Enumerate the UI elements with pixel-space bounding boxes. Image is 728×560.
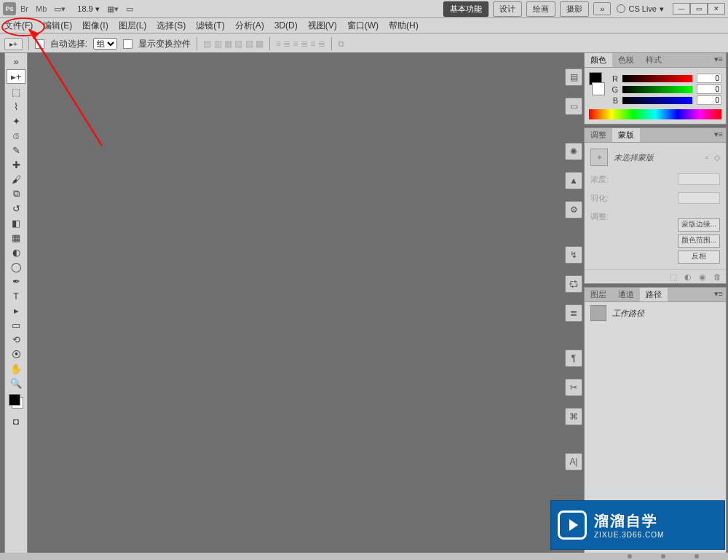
show-transform-checkbox[interactable] <box>123 39 132 49</box>
dodge-tool[interactable]: ◯ <box>7 260 25 273</box>
menu-select[interactable]: 选择(S) <box>157 20 186 32</box>
color-range-button[interactable]: 颜色范围... <box>678 234 720 248</box>
bridge-icon[interactable]: Br <box>20 4 28 13</box>
mask-edge-button[interactable]: 蒙版边缘... <box>678 218 720 232</box>
close-button[interactable]: ✕ <box>708 3 725 15</box>
quickselect-tool[interactable]: ✦ <box>7 114 25 127</box>
maximize-button[interactable]: ▭ <box>690 3 708 15</box>
load-selection-icon[interactable]: ⬚ <box>670 272 677 282</box>
workspace-more[interactable]: » <box>593 2 611 15</box>
toggle-mask-icon[interactable]: ◉ <box>699 272 706 282</box>
eraser-tool[interactable]: ◧ <box>7 216 25 229</box>
dock-brushpreset-icon[interactable]: ⚙ <box>565 201 582 218</box>
minibridge-icon[interactable]: Mb <box>36 4 47 13</box>
dock-brush-icon[interactable]: ✺ <box>565 143 582 160</box>
delete-mask-icon[interactable]: 🗑 <box>713 272 721 281</box>
panel-menu-icon[interactable]: ▾≡ <box>714 130 723 139</box>
menu-image[interactable]: 图像(I) <box>82 20 108 32</box>
apply-mask-icon[interactable]: ◐ <box>684 272 692 282</box>
r-slider[interactable] <box>622 75 692 82</box>
menu-window[interactable]: 窗口(W) <box>347 20 379 32</box>
stamp-tool[interactable]: ⧉ <box>7 187 25 200</box>
tab-adjustments[interactable]: 调整 <box>585 128 612 142</box>
dock-char-icon[interactable]: ⌘ <box>565 408 582 425</box>
screenmode-icon[interactable]: ▭▾ <box>54 4 66 14</box>
workspace-painting[interactable]: 绘画 <box>526 1 555 17</box>
dock-history-icon[interactable]: ▤ <box>565 68 582 86</box>
workspace-essentials[interactable]: 基本功能 <box>443 1 488 17</box>
b-slider[interactable] <box>622 97 692 104</box>
dock-actions-icon[interactable]: ▭ <box>565 98 582 115</box>
type-tool[interactable]: T <box>7 289 25 302</box>
dock-tools-icon[interactable]: ✂ <box>565 379 582 396</box>
dock-info-icon[interactable]: ≣ <box>565 304 582 322</box>
b-input[interactable] <box>697 95 721 105</box>
g-slider[interactable] <box>622 86 692 93</box>
zoom-level[interactable]: 18.9 ▾ <box>77 4 99 14</box>
tab-channels[interactable]: 通道 <box>612 288 640 301</box>
density-value[interactable] <box>678 173 720 185</box>
3d-tool[interactable]: ⟲ <box>7 333 25 346</box>
menu-view[interactable]: 视图(V) <box>308 20 337 32</box>
autoselect-dropdown[interactable]: 组 <box>93 38 117 50</box>
r-input[interactable] <box>697 74 721 83</box>
color-swatch[interactable] <box>9 394 23 409</box>
dock-navigator-icon[interactable]: ↯ <box>565 246 582 264</box>
quickmask-icon[interactable]: ◘ <box>7 414 25 427</box>
panel-menu-icon[interactable]: ▾≡ <box>714 289 723 299</box>
healing-tool[interactable]: ✚ <box>7 158 25 171</box>
eyedropper-tool[interactable]: ✎ <box>7 143 25 157</box>
dock-clonesrc-icon[interactable]: ▲ <box>565 172 582 189</box>
pen-tool[interactable]: ✒ <box>7 275 25 288</box>
brush-tool[interactable]: 🖌 <box>7 173 25 186</box>
feather-value[interactable] <box>678 192 720 204</box>
arrange-icon[interactable]: ▭ <box>126 4 133 14</box>
foreground-color[interactable] <box>9 394 20 406</box>
spectrum-ramp[interactable] <box>589 109 721 119</box>
marquee-tool[interactable]: ⬚ <box>7 85 25 98</box>
cslive-button[interactable]: CS Live ▾ <box>617 4 664 14</box>
invert-button[interactable]: 反相 <box>678 251 720 264</box>
g-input[interactable] <box>697 84 721 94</box>
zoom-tool[interactable]: 🔍 <box>7 376 25 390</box>
shape-tool[interactable]: ▭ <box>7 318 25 331</box>
tab-mask[interactable]: 蒙版 <box>612 128 640 142</box>
dock-paragraph-icon[interactable]: ¶ <box>565 350 582 367</box>
menu-help[interactable]: 帮助(H) <box>389 20 419 32</box>
menu-file[interactable]: 文件(F) <box>4 20 33 32</box>
crop-tool[interactable]: ⟃ <box>7 129 25 142</box>
3d-camera-tool[interactable]: ⦿ <box>7 347 25 360</box>
blur-tool[interactable]: ◐ <box>7 245 25 259</box>
dock-swap-icon[interactable]: ⮔ <box>565 275 582 293</box>
autoselect-checkbox[interactable] <box>35 39 44 49</box>
vector-mask-icon[interactable]: ◇ <box>714 153 720 162</box>
lasso-tool[interactable]: ⌇ <box>7 100 25 113</box>
history-brush-tool[interactable]: ↺ <box>7 202 25 215</box>
panel-bg-color[interactable] <box>592 82 605 95</box>
gradient-tool[interactable]: ▦ <box>7 231 25 244</box>
move-tool[interactable]: ▸+ <box>7 69 25 84</box>
workspace-photography[interactable]: 摄影 <box>560 1 589 17</box>
pixel-mask-icon[interactable]: ▫ <box>705 153 708 162</box>
tool-collapse-icon[interactable]: » <box>7 55 25 68</box>
workspace-design[interactable]: 设计 <box>493 1 522 17</box>
tab-paths[interactable]: 路径 <box>640 288 668 301</box>
hand-tool[interactable]: ✋ <box>7 362 25 375</box>
tab-styles[interactable]: 样式 <box>640 53 668 67</box>
panel-menu-icon[interactable]: ▾≡ <box>714 55 723 64</box>
tab-color[interactable]: 颜色 <box>585 53 612 67</box>
menu-analysis[interactable]: 分析(A) <box>235 20 264 32</box>
viewextras-icon[interactable]: ▦▾ <box>107 4 119 14</box>
active-tool-indicator[interactable]: ▸+ <box>4 38 23 50</box>
tab-swatches[interactable]: 色板 <box>612 53 640 67</box>
menu-edit[interactable]: 编辑(E) <box>43 20 72 32</box>
minimize-button[interactable]: — <box>673 3 690 15</box>
path-select-tool[interactable]: ▸ <box>7 304 25 317</box>
tab-layers[interactable]: 图层 <box>585 288 612 301</box>
menu-layer[interactable]: 图层(L) <box>119 20 147 32</box>
menu-filter[interactable]: 滤镜(T) <box>196 20 224 32</box>
canvas-workspace[interactable] <box>28 52 563 560</box>
path-item[interactable]: 工作路径 <box>585 302 726 324</box>
dock-character-icon[interactable]: A| <box>565 453 582 470</box>
menu-3d[interactable]: 3D(D) <box>274 20 298 31</box>
